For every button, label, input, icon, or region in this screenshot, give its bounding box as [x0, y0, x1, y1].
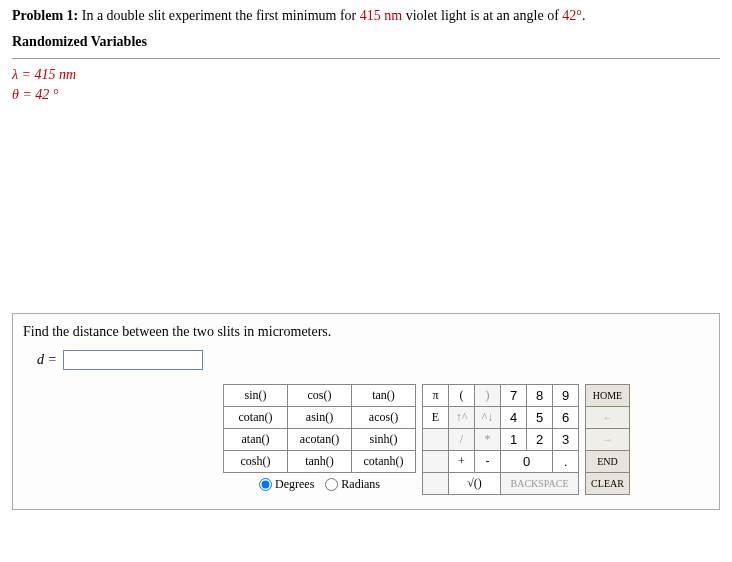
multiply-button[interactable]: * — [475, 429, 501, 451]
num-5-button[interactable]: 5 — [527, 407, 553, 429]
cotanh-button[interactable]: cotanh() — [352, 451, 416, 473]
tanh-button[interactable]: tanh() — [288, 451, 352, 473]
problem-text-prefix: In a double slit experiment the first mi… — [82, 8, 360, 23]
minus-button[interactable]: - — [475, 451, 501, 473]
angle-mode: Degrees Radians — [224, 473, 416, 499]
problem-header: Problem 1: In a double slit experiment t… — [12, 8, 720, 24]
number-table: π ( ) 7 8 9 E ↑^ ^↓ 4 5 6 — [422, 384, 579, 495]
cotan-button[interactable]: cotan() — [224, 407, 288, 429]
up-button[interactable]: ↑^ — [449, 407, 475, 429]
right-button[interactable]: → — [586, 429, 630, 451]
end-button[interactable]: END — [586, 451, 630, 473]
num-4-button[interactable]: 4 — [501, 407, 527, 429]
radians-radio[interactable]: Radians — [325, 477, 380, 492]
rparen-button[interactable]: ) — [475, 385, 501, 407]
num-9-button[interactable]: 9 — [553, 385, 579, 407]
atan-button[interactable]: atan() — [224, 429, 288, 451]
problem-text-suffix: . — [582, 8, 586, 23]
function-table: sin() cos() tan() cotan() asin() acos() … — [223, 384, 416, 499]
problem-label: Problem 1: — [12, 8, 78, 23]
problem-text-mid: violet light is at an angle of — [402, 8, 562, 23]
divide-button[interactable]: / — [449, 429, 475, 451]
theta-var: θ = 42 ° — [12, 87, 720, 103]
home-button[interactable]: HOME — [586, 385, 630, 407]
lparen-button[interactable]: ( — [449, 385, 475, 407]
num-0-button[interactable]: 0 — [501, 451, 553, 473]
num-1-button[interactable]: 1 — [501, 429, 527, 451]
num-7-button[interactable]: 7 — [501, 385, 527, 407]
sinh-button[interactable]: sinh() — [352, 429, 416, 451]
dot-button[interactable]: . — [553, 451, 579, 473]
acos-button[interactable]: acos() — [352, 407, 416, 429]
cos-button[interactable]: cos() — [288, 385, 352, 407]
randomized-variables-title: Randomized Variables — [12, 34, 720, 50]
angle-value: 42° — [562, 8, 582, 23]
answer-input[interactable] — [63, 350, 203, 370]
pi-button[interactable]: π — [423, 385, 449, 407]
divider — [12, 58, 720, 59]
control-table: HOME ← → END CLEAR — [585, 384, 630, 495]
sin-button[interactable]: sin() — [224, 385, 288, 407]
answer-box: Find the distance between the two slits … — [12, 313, 720, 510]
lambda-var: λ = 415 nm — [12, 67, 720, 83]
wavelength-value: 415 nm — [360, 8, 402, 23]
backspace-button[interactable]: BACKSPACE — [501, 473, 579, 495]
exp-button[interactable]: ^↓ — [475, 407, 501, 429]
degrees-radio[interactable]: Degrees — [259, 477, 314, 492]
num-8-button[interactable]: 8 — [527, 385, 553, 407]
plus-button[interactable]: + — [449, 451, 475, 473]
cosh-button[interactable]: cosh() — [224, 451, 288, 473]
keypad: sin() cos() tan() cotan() asin() acos() … — [223, 384, 630, 499]
num-3-button[interactable]: 3 — [553, 429, 579, 451]
left-button[interactable]: ← — [586, 407, 630, 429]
blank3-button — [423, 473, 449, 495]
asin-button[interactable]: asin() — [288, 407, 352, 429]
blank2-button — [423, 451, 449, 473]
question-text: Find the distance between the two slits … — [23, 324, 709, 340]
e-button[interactable]: E — [423, 407, 449, 429]
sqrt-button[interactable]: √() — [449, 473, 501, 495]
acotan-button[interactable]: acotan() — [288, 429, 352, 451]
tan-button[interactable]: tan() — [352, 385, 416, 407]
clear-button[interactable]: CLEAR — [586, 473, 630, 495]
num-2-button[interactable]: 2 — [527, 429, 553, 451]
num-6-button[interactable]: 6 — [553, 407, 579, 429]
answer-label: d = — [37, 352, 57, 368]
blank1-button — [423, 429, 449, 451]
